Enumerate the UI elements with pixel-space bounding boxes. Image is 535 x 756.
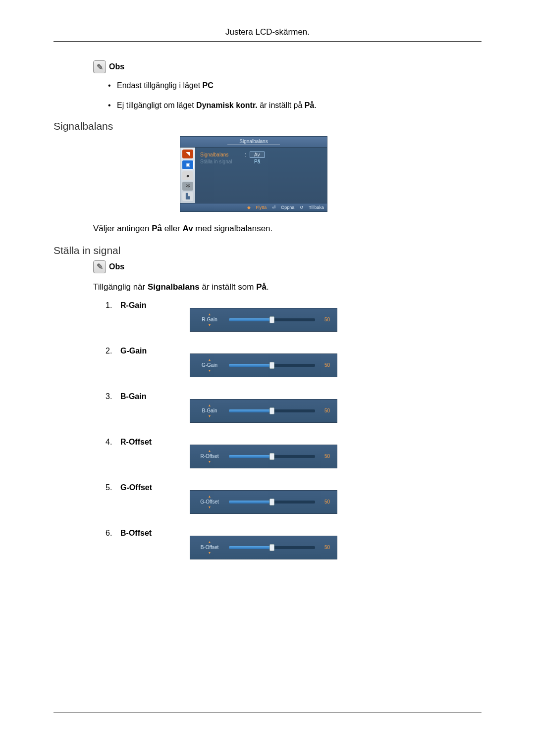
text-bold: PC [203, 81, 214, 90]
arrow-up-icon[interactable]: ▲ [208, 403, 212, 407]
slider-value: 50 [320, 362, 330, 368]
osd-option-av[interactable]: Av [250, 151, 265, 158]
slider-track[interactable] [229, 364, 315, 367]
osd-icon-image[interactable]: ▣ [182, 160, 194, 170]
slider-track[interactable] [229, 455, 315, 458]
osd-item-signalbalans[interactable]: Signalbalans [200, 152, 245, 157]
list-number [106, 483, 120, 492]
osd-option-pa[interactable]: På [250, 159, 264, 164]
signal-item: B-Offset▲B-Offset▼50 [106, 529, 482, 559]
arrow-up-icon[interactable]: ▲ [208, 495, 212, 498]
slider-fill [229, 546, 272, 549]
osd-icon-picture[interactable]: ◥ [182, 150, 193, 158]
slider-box: ▲R-Offset▼50 [190, 445, 337, 468]
arrow-up-icon[interactable]: ▲ [208, 449, 212, 453]
text: Ej tillgängligt om läget [117, 101, 196, 109]
page-title: Justera LCD-skärmen. [54, 27, 482, 37]
slider-knob[interactable] [269, 407, 274, 414]
slider-label: ▲R-Gain▼ [195, 317, 224, 322]
slider-knob[interactable] [269, 544, 274, 551]
osd-hint-open: ⏎ Öppna [272, 205, 295, 210]
note-row-2: ✎ Obs [93, 260, 482, 273]
text: eller [162, 224, 183, 233]
note2-text: Tillgänglig när Signalbalans är inställt… [93, 282, 482, 292]
text: . [314, 101, 316, 109]
text-bold: På [152, 224, 162, 233]
signal-item: B-Gain▲B-Gain▼50 [106, 392, 482, 423]
slider-box: ▲G-Offset▼50 [190, 490, 337, 514]
text-bold: Signalbalans [148, 282, 200, 292]
header-rule [54, 41, 482, 42]
arrow-down-icon[interactable]: ▼ [208, 505, 212, 509]
signal-label: B-Gain [120, 392, 190, 401]
osd-hint-back: ↺ Tillbaka [300, 205, 324, 210]
osd-hint-move: ◆ Flytta [247, 205, 267, 210]
signal-adjust-list: R-Gain▲R-Gain▼50G-Gain▲G-Gain▼50B-Gain▲B… [54, 301, 482, 559]
slider-box: ▲B-Gain▼50 [190, 399, 337, 423]
slider-label: ▲B-Offset▼ [195, 545, 224, 550]
arrow-down-icon[interactable]: ▼ [208, 323, 212, 327]
list-number [106, 392, 120, 401]
arrow-down-icon[interactable]: ▼ [208, 551, 212, 554]
arrow-down-icon[interactable]: ▼ [208, 460, 212, 463]
osd-menu: Signalbalans ◥ ▣ ● ✲ ▙ Signalbalans : Av… [180, 136, 327, 212]
text: Endast tillgänglig i läget [117, 81, 203, 90]
slider-label: ▲G-Gain▼ [195, 362, 224, 368]
arrow-up-icon[interactable]: ▲ [208, 540, 212, 544]
text-bold: På [256, 282, 267, 292]
list-number [106, 529, 120, 538]
slider-label: ▲G-Offset▼ [195, 499, 224, 504]
list-number [106, 347, 120, 355]
signal-label: R-Gain [120, 301, 190, 310]
osd-icon-lock[interactable]: ● [182, 171, 193, 180]
slider-box: ▲G-Gain▼50 [190, 353, 337, 377]
slider-track[interactable] [229, 501, 315, 504]
text: är inställt som [200, 282, 256, 292]
note-icon: ✎ [93, 60, 106, 73]
text: Tillgänglig när [93, 282, 148, 292]
slider-knob[interactable] [269, 453, 274, 460]
slider-knob[interactable] [269, 499, 274, 505]
text: Väljer antingen [93, 224, 152, 233]
signal-label: G-Gain [120, 347, 190, 355]
text-bold: Dynamisk kontr. [196, 101, 258, 109]
slider-fill [229, 364, 272, 367]
slider-knob[interactable] [269, 316, 274, 323]
text: . [267, 282, 269, 292]
slider-value: 50 [320, 317, 330, 322]
osd-content: Signalbalans : Av Ställa in signal På [195, 148, 327, 203]
arrow-down-icon[interactable]: ▼ [208, 414, 212, 418]
osd-icon-stats[interactable]: ▙ [182, 192, 193, 201]
text-bold: På [305, 101, 315, 109]
signal-label: R-Offset [120, 438, 190, 447]
slider-fill [229, 409, 272, 412]
slider-track[interactable] [229, 546, 315, 549]
text: med signalbalansen. [193, 224, 273, 233]
arrow-up-icon[interactable]: ▲ [208, 312, 212, 316]
arrow-up-icon[interactable]: ▲ [208, 358, 212, 361]
slider-knob[interactable] [269, 362, 274, 369]
slider-box: ▲B-Offset▼50 [190, 536, 337, 559]
slider-track[interactable] [229, 318, 315, 321]
note-label: Obs [109, 262, 124, 271]
osd-footer: ◆ Flytta ⏎ Öppna ↺ Tillbaka [180, 203, 327, 211]
section-heading-stalla: Ställa in signal [54, 245, 482, 256]
note-label: Obs [109, 62, 124, 71]
slider-value: 50 [320, 408, 330, 413]
arrow-down-icon[interactable]: ▼ [208, 369, 212, 372]
signal-item: G-Offset▲G-Offset▼50 [106, 483, 482, 514]
osd-title: Signalbalans [180, 137, 327, 148]
text-bold: Av [183, 224, 193, 233]
caption-signalbalans: Väljer antingen På eller Av med signalba… [93, 224, 482, 234]
slider-value: 50 [320, 545, 330, 550]
slider-value: 50 [320, 499, 330, 504]
note-row: ✎ Obs [93, 60, 482, 73]
signal-item: R-Offset▲R-Offset▼50 [106, 438, 482, 468]
osd-icon-settings[interactable]: ✲ [182, 182, 193, 191]
list-number [106, 438, 120, 447]
slider-track[interactable] [229, 409, 315, 412]
signal-item: G-Gain▲G-Gain▼50 [106, 347, 482, 377]
slider-box: ▲R-Gain▼50 [190, 308, 337, 332]
slider-fill [229, 455, 272, 458]
signal-label: B-Offset [120, 529, 190, 538]
